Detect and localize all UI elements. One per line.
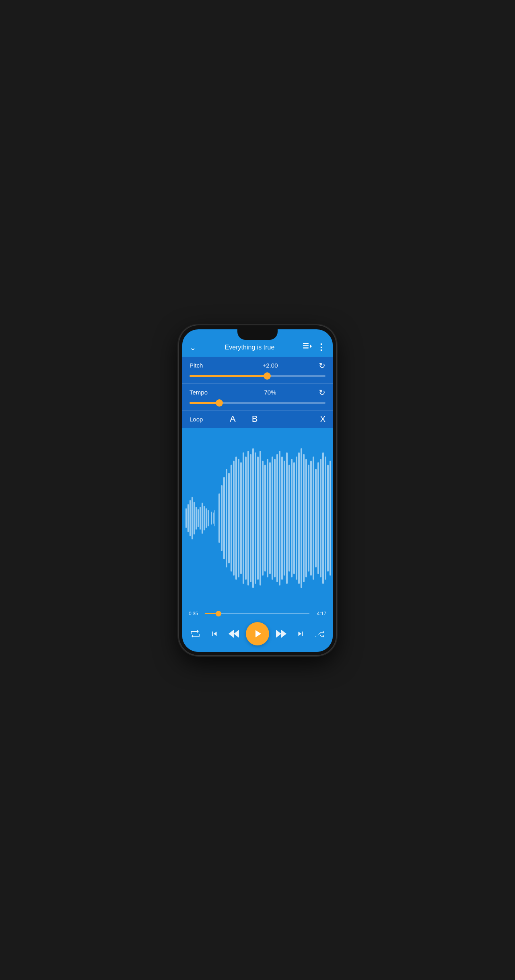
phone-screen: Everything is true xyxy=(182,329,333,652)
svg-marker-70 xyxy=(281,630,286,638)
svg-rect-44 xyxy=(279,451,280,586)
svg-rect-24 xyxy=(231,464,232,571)
tempo-value: 70% xyxy=(222,389,319,396)
svg-marker-66 xyxy=(234,630,239,638)
svg-rect-2 xyxy=(303,347,309,349)
header-left xyxy=(190,343,196,351)
svg-rect-12 xyxy=(202,502,203,534)
svg-rect-33 xyxy=(252,448,254,588)
pitch-slider-row xyxy=(182,372,333,383)
tempo-row: Tempo 70% xyxy=(182,384,333,399)
notch xyxy=(237,329,278,340)
svg-rect-4 xyxy=(185,508,187,528)
svg-rect-13 xyxy=(204,505,205,530)
svg-rect-41 xyxy=(272,456,273,579)
svg-rect-5 xyxy=(187,504,189,532)
pitch-label: Pitch xyxy=(190,362,222,369)
svg-rect-61 xyxy=(320,459,321,577)
svg-rect-27 xyxy=(238,459,239,577)
pitch-slider-fill xyxy=(190,375,267,377)
tempo-slider-thumb[interactable] xyxy=(216,399,223,407)
total-time: 4:17 xyxy=(313,611,326,616)
svg-rect-18 xyxy=(214,510,215,526)
svg-rect-62 xyxy=(322,452,324,584)
tempo-slider-fill xyxy=(190,402,219,404)
svg-rect-57 xyxy=(310,460,312,575)
svg-rect-56 xyxy=(308,464,309,571)
loop-clear-button[interactable]: X xyxy=(320,415,325,424)
svg-rect-28 xyxy=(240,462,242,574)
svg-rect-1 xyxy=(303,345,309,347)
screen-content: Everything is true xyxy=(182,329,333,652)
progress-thumb[interactable] xyxy=(216,611,221,616)
svg-rect-52 xyxy=(298,452,300,584)
pitch-row: Pitch +2.00 xyxy=(182,357,333,372)
controls-panel: Pitch +2.00 Tempo 70% xyxy=(182,357,333,428)
tempo-reset-button[interactable] xyxy=(319,388,325,397)
svg-rect-22 xyxy=(226,469,227,567)
repeat-button[interactable] xyxy=(188,627,202,641)
pitch-reset-button[interactable] xyxy=(319,361,325,370)
svg-rect-6 xyxy=(190,500,191,536)
transport-bar xyxy=(182,619,333,652)
loop-label: Loop xyxy=(190,416,222,423)
loop-row: Loop A B X xyxy=(182,411,333,428)
svg-rect-19 xyxy=(218,493,220,542)
svg-rect-43 xyxy=(276,454,278,582)
svg-rect-60 xyxy=(317,462,319,574)
shuffle-button[interactable] xyxy=(313,627,327,641)
svg-rect-49 xyxy=(291,459,293,577)
play-button[interactable] xyxy=(246,622,269,645)
svg-rect-10 xyxy=(198,509,199,527)
waveform-visualization xyxy=(182,428,333,608)
svg-rect-15 xyxy=(208,510,209,526)
loop-b-button[interactable]: B xyxy=(244,415,266,423)
svg-rect-59 xyxy=(315,469,317,567)
svg-rect-58 xyxy=(313,456,314,579)
svg-rect-25 xyxy=(233,460,235,575)
collapse-icon[interactable] xyxy=(190,343,196,351)
svg-rect-37 xyxy=(262,460,264,575)
waveform-bars xyxy=(185,448,331,588)
loop-a-button[interactable]: A xyxy=(222,415,244,423)
fast-forward-button[interactable] xyxy=(274,627,288,641)
tempo-slider[interactable] xyxy=(190,402,325,404)
svg-rect-32 xyxy=(250,454,251,582)
waveform-area[interactable] xyxy=(182,428,333,608)
pitch-slider[interactable] xyxy=(190,375,325,377)
svg-marker-3 xyxy=(310,344,312,348)
svg-rect-21 xyxy=(223,477,225,559)
svg-marker-69 xyxy=(276,630,281,638)
svg-rect-63 xyxy=(325,456,326,579)
svg-rect-40 xyxy=(269,462,271,574)
svg-rect-42 xyxy=(274,459,276,577)
svg-marker-67 xyxy=(229,630,234,638)
svg-rect-48 xyxy=(288,464,290,571)
svg-rect-11 xyxy=(200,506,201,529)
svg-rect-29 xyxy=(243,452,244,584)
svg-rect-65 xyxy=(330,460,331,575)
svg-rect-51 xyxy=(296,456,297,579)
rewind-button[interactable] xyxy=(227,627,241,641)
progress-slider[interactable] xyxy=(205,613,309,614)
svg-rect-34 xyxy=(255,452,256,584)
header-right xyxy=(303,343,325,352)
svg-rect-9 xyxy=(196,506,197,529)
svg-rect-31 xyxy=(247,451,249,586)
pitch-slider-thumb[interactable] xyxy=(264,372,271,380)
more-options-icon[interactable] xyxy=(317,343,325,352)
song-title: Everything is true xyxy=(196,344,303,351)
svg-rect-46 xyxy=(284,460,285,575)
queue-icon[interactable] xyxy=(303,343,312,351)
svg-rect-45 xyxy=(281,456,283,579)
svg-rect-30 xyxy=(245,456,247,579)
svg-rect-54 xyxy=(303,454,305,582)
svg-rect-20 xyxy=(221,485,222,551)
skip-previous-button[interactable] xyxy=(207,627,222,641)
skip-next-button[interactable] xyxy=(293,627,308,641)
pitch-value: +2.00 xyxy=(222,362,319,369)
phone-frame: Everything is true xyxy=(179,325,336,655)
current-time: 0:35 xyxy=(189,611,201,616)
svg-rect-55 xyxy=(305,459,307,577)
svg-rect-16 xyxy=(211,512,212,525)
